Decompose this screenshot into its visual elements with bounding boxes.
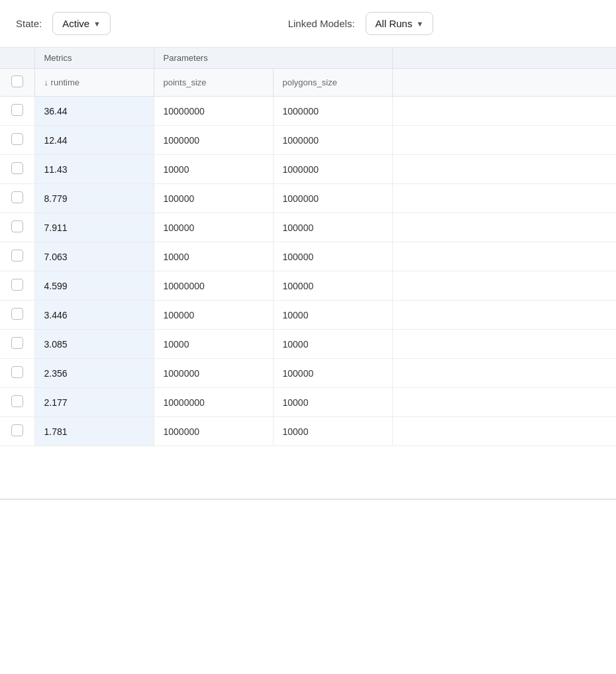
table-row: 36.44 10000000 1000000: [0, 97, 616, 126]
table-body: 36.44 10000000 1000000 12.44 1000000 100…: [0, 97, 616, 446]
linked-models-value: All Runs: [376, 18, 413, 29]
linked-models-label: Linked Models:: [288, 18, 355, 29]
th-select-all[interactable]: [0, 69, 34, 97]
cell-trailing: [392, 242, 616, 271]
cell-points-size: 100000: [154, 301, 273, 330]
cell-trailing: [392, 155, 616, 184]
cell-trailing: [392, 388, 616, 417]
row-checkbox[interactable]: [11, 424, 23, 436]
state-label: State:: [16, 18, 42, 29]
row-checkbox[interactable]: [11, 366, 23, 378]
table-row: 12.44 1000000 1000000: [0, 126, 616, 155]
linked-models-chevron-icon: ▼: [416, 20, 423, 28]
cell-polygons-size: 1000000: [273, 184, 392, 213]
cell-runtime: 1.781: [34, 417, 154, 446]
cell-runtime: 2.356: [34, 359, 154, 388]
table-row: 4.599 10000000 100000: [0, 271, 616, 301]
footer-spacer: [0, 500, 616, 540]
cell-trailing: [392, 301, 616, 330]
row-checkbox[interactable]: [11, 308, 23, 320]
row-checkbox-cell[interactable]: [0, 271, 34, 301]
state-value: Active: [62, 18, 89, 29]
th-parameters: Parameters: [154, 48, 392, 69]
row-checkbox[interactable]: [11, 191, 23, 203]
row-checkbox[interactable]: [11, 162, 23, 174]
table-row: 1.781 1000000 10000: [0, 417, 616, 446]
data-table: Metrics Parameters ↓ runtime points_size: [0, 48, 616, 446]
cell-points-size: 10000000: [154, 388, 273, 417]
row-checkbox-cell[interactable]: [0, 126, 34, 155]
cell-runtime: 7.911: [34, 213, 154, 242]
cell-trailing: [392, 126, 616, 155]
cell-polygons-size: 1000000: [273, 126, 392, 155]
row-checkbox-cell[interactable]: [0, 242, 34, 271]
table-row: 3.085 10000 10000: [0, 330, 616, 359]
row-checkbox[interactable]: [11, 395, 23, 407]
cell-points-size: 10000: [154, 330, 273, 359]
th-extra: [392, 48, 616, 69]
select-all-checkbox[interactable]: [11, 75, 23, 87]
table-row: 2.356 1000000 100000: [0, 359, 616, 388]
cell-points-size: 1000000: [154, 126, 273, 155]
row-checkbox[interactable]: [11, 133, 23, 145]
cell-trailing: [392, 184, 616, 213]
th-runtime[interactable]: ↓ runtime: [34, 69, 154, 97]
state-chevron-icon: ▼: [93, 20, 101, 28]
cell-points-size: 10000000: [154, 271, 273, 301]
cell-polygons-size: 10000: [273, 388, 392, 417]
row-checkbox-cell[interactable]: [0, 184, 34, 213]
th-trailing: [392, 69, 616, 97]
th-points-size[interactable]: points_size: [154, 69, 273, 97]
cell-runtime: 12.44: [34, 126, 154, 155]
cell-runtime: 4.599: [34, 271, 154, 301]
table-row: 7.911 100000 100000: [0, 213, 616, 242]
row-checkbox[interactable]: [11, 279, 23, 291]
cell-trailing: [392, 271, 616, 301]
row-checkbox-cell[interactable]: [0, 301, 34, 330]
linked-models-dropdown[interactable]: All Runs ▼: [366, 12, 434, 35]
th-polygons-size[interactable]: polygons_size: [273, 69, 392, 97]
cell-polygons-size: 10000: [273, 417, 392, 446]
table-row: 7.063 10000 100000: [0, 242, 616, 271]
th-metrics: Metrics: [34, 48, 154, 69]
row-checkbox-cell[interactable]: [0, 330, 34, 359]
cell-points-size: 10000000: [154, 97, 273, 126]
row-checkbox-cell[interactable]: [0, 213, 34, 242]
cell-trailing: [392, 417, 616, 446]
cell-polygons-size: 100000: [273, 242, 392, 271]
table-row: 11.43 10000 1000000: [0, 155, 616, 184]
state-dropdown[interactable]: Active ▼: [52, 12, 111, 35]
table-row: 3.446 100000 10000: [0, 301, 616, 330]
cell-polygons-size: 10000: [273, 301, 392, 330]
row-checkbox[interactable]: [11, 337, 23, 349]
cell-trailing: [392, 213, 616, 242]
cell-polygons-size: 100000: [273, 271, 392, 301]
cell-runtime: 3.446: [34, 301, 154, 330]
cell-points-size: 1000000: [154, 417, 273, 446]
row-checkbox-cell[interactable]: [0, 417, 34, 446]
table-row: 8.779 100000 1000000: [0, 184, 616, 213]
th-empty: [0, 48, 34, 69]
row-checkbox-cell[interactable]: [0, 388, 34, 417]
cell-trailing: [392, 97, 616, 126]
bottom-spacer: [0, 446, 616, 499]
cell-polygons-size: 1000000: [273, 155, 392, 184]
cell-runtime: 7.063: [34, 242, 154, 271]
cell-trailing: [392, 359, 616, 388]
row-checkbox[interactable]: [11, 220, 23, 232]
cell-points-size: 10000: [154, 242, 273, 271]
cell-polygons-size: 100000: [273, 359, 392, 388]
cell-points-size: 100000: [154, 213, 273, 242]
row-checkbox[interactable]: [11, 250, 23, 262]
row-checkbox[interactable]: [11, 104, 23, 116]
cell-runtime: 36.44: [34, 97, 154, 126]
cell-runtime: 11.43: [34, 155, 154, 184]
cell-polygons-size: 10000: [273, 330, 392, 359]
cell-points-size: 1000000: [154, 359, 273, 388]
row-checkbox-cell[interactable]: [0, 155, 34, 184]
cell-polygons-size: 100000: [273, 213, 392, 242]
row-checkbox-cell[interactable]: [0, 359, 34, 388]
cell-trailing: [392, 330, 616, 359]
cell-points-size: 100000: [154, 184, 273, 213]
row-checkbox-cell[interactable]: [0, 97, 34, 126]
